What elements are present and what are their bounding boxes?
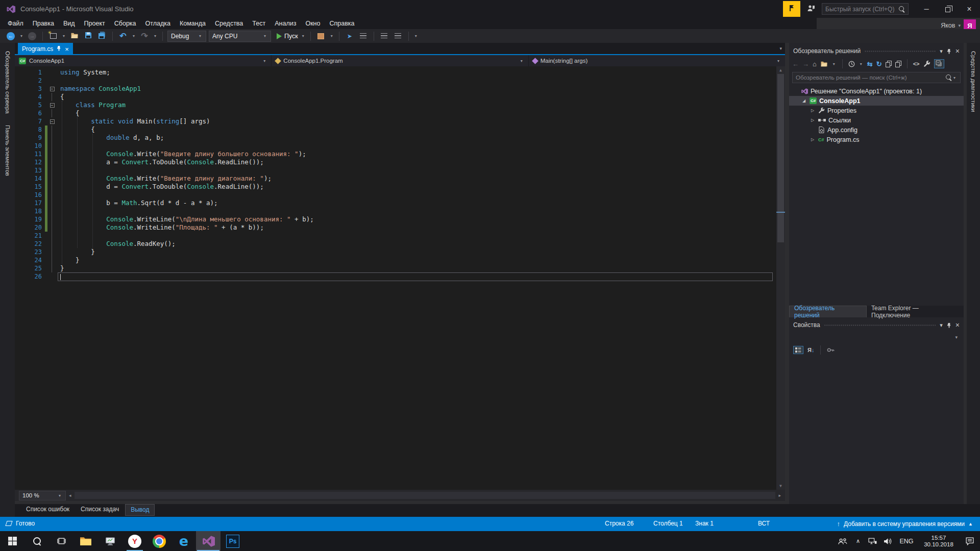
home-icon[interactable]: ⌂ bbox=[813, 60, 817, 68]
configuration-combo[interactable]: Debug▾ bbox=[167, 31, 206, 42]
chevron-down-icon[interactable]: ▾ bbox=[859, 62, 864, 66]
code-line[interactable]: 23 } bbox=[15, 248, 776, 256]
chevron-down-icon[interactable]: ▾ bbox=[153, 34, 158, 38]
scroll-down-icon[interactable]: ▼ bbox=[776, 482, 785, 490]
code-line[interactable]: 12 a = Convert.ToDouble(Console.ReadLine… bbox=[15, 158, 776, 166]
file-explorer-button[interactable] bbox=[74, 531, 98, 551]
code-line[interactable]: 21 bbox=[15, 232, 776, 240]
save-button[interactable] bbox=[83, 31, 94, 42]
pin-icon[interactable] bbox=[947, 322, 951, 328]
people-tray-icon[interactable] bbox=[834, 538, 851, 545]
menu-item[interactable]: Команда bbox=[175, 19, 210, 28]
editor-horizontal-scrollbar[interactable] bbox=[75, 492, 776, 499]
menu-item[interactable]: Окно bbox=[301, 19, 325, 28]
server-explorer-vertical-tab[interactable]: Обозреватель сервера bbox=[5, 48, 11, 117]
code-line[interactable]: 3−namespace ConsoleApp1 bbox=[15, 85, 776, 93]
property-pages-key-icon[interactable] bbox=[827, 347, 835, 353]
menu-item[interactable]: Вид bbox=[59, 19, 80, 28]
code-area[interactable]: 1using System;23−namespace ConsoleApp14{… bbox=[15, 68, 776, 281]
start-button[interactable] bbox=[0, 531, 24, 551]
chevron-down-icon[interactable]: ▾ bbox=[940, 48, 943, 55]
code-line[interactable]: 15 d = Convert.ToDouble(Console.ReadLine… bbox=[15, 183, 776, 191]
menu-item[interactable]: Проект bbox=[80, 19, 110, 28]
code-line[interactable]: 13 bbox=[15, 166, 776, 174]
close-icon[interactable]: × bbox=[955, 47, 960, 55]
tree-item[interactable]: ▷Properties bbox=[789, 106, 964, 115]
code-editor-surface[interactable]: 1using System;23−namespace ConsoleApp14{… bbox=[15, 66, 785, 490]
toolbar-overflow-chevron[interactable]: ▾ bbox=[413, 34, 419, 38]
solution-explorer-header[interactable]: Обозреватель решений ▾ × bbox=[789, 45, 964, 57]
new-project-button[interactable] bbox=[47, 31, 59, 42]
add-to-source-control-button[interactable]: ↑ Добавить в систему управления версиями… bbox=[837, 520, 973, 528]
collapse-region-icon[interactable]: − bbox=[50, 119, 55, 124]
menu-item[interactable]: Правка bbox=[28, 19, 59, 28]
collapse-region-icon[interactable]: − bbox=[50, 87, 55, 91]
close-button[interactable]: × bbox=[959, 2, 980, 17]
photoshop-button[interactable]: Ps bbox=[220, 531, 245, 551]
sync-with-active-document-icon[interactable]: ⇆ bbox=[867, 60, 873, 68]
network-tray-icon[interactable] bbox=[865, 538, 880, 545]
properties-wrench-icon[interactable] bbox=[923, 60, 930, 67]
pin-icon[interactable] bbox=[947, 48, 951, 54]
solution-explorer-search-box[interactable]: ▾ bbox=[792, 72, 961, 83]
menu-item[interactable]: Сборка bbox=[110, 19, 141, 28]
expander-collapsed-icon[interactable]: ▷ bbox=[810, 118, 816, 122]
pin-icon[interactable] bbox=[57, 45, 61, 53]
editor-vertical-scrollbar[interactable]: ▲ ▼ bbox=[776, 66, 785, 490]
diagnostic-tools-vertical-tab[interactable]: Средства диагностики bbox=[970, 48, 976, 115]
tree-item[interactable]: ▷Ссылки bbox=[789, 115, 964, 125]
task-view-button[interactable] bbox=[49, 531, 74, 551]
tree-item[interactable]: Решение "ConsoleApp1" (проектов: 1) bbox=[789, 86, 964, 96]
code-line[interactable]: 8 { bbox=[15, 126, 776, 134]
output-tab[interactable]: Вывод bbox=[125, 504, 155, 516]
panel-tab-active[interactable]: Обозреватель решений bbox=[789, 306, 867, 317]
code-line[interactable]: 6 { bbox=[15, 109, 776, 117]
chevron-down-icon[interactable]: ▾ bbox=[131, 34, 136, 38]
scroll-right-icon[interactable]: ▸ bbox=[778, 493, 781, 498]
action-center-button[interactable] bbox=[960, 537, 980, 545]
navigate-cursor-button[interactable]: ➤ bbox=[344, 31, 355, 42]
volume-tray-icon[interactable] bbox=[880, 538, 895, 545]
chevron-down-icon[interactable]: ▾ bbox=[61, 34, 66, 38]
expander-expanded-icon[interactable]: ◢ bbox=[801, 98, 807, 103]
redo-button[interactable]: ↷ bbox=[139, 31, 150, 42]
restore-button[interactable] bbox=[937, 2, 959, 17]
chevron-down-icon[interactable]: ▾ bbox=[831, 62, 837, 66]
code-line[interactable]: 5− class Program bbox=[15, 101, 776, 109]
alphabetical-sort-button[interactable]: Я↓ bbox=[807, 347, 814, 353]
feedback-button[interactable] bbox=[804, 3, 818, 16]
start-debug-button[interactable]: Пуск bbox=[277, 31, 298, 42]
switch-views-icon[interactable] bbox=[820, 61, 828, 67]
properties-object-combo[interactable]: ▾ bbox=[792, 332, 961, 342]
undo-button[interactable]: ↶ bbox=[117, 31, 129, 42]
expander-collapsed-icon[interactable]: ▷ bbox=[810, 108, 816, 113]
nested-file-icon[interactable] bbox=[886, 61, 892, 67]
navbar-type-dropdown[interactable]: ConsoleApp1.Program ▾ bbox=[272, 55, 528, 66]
menu-item[interactable]: Тест bbox=[248, 19, 270, 28]
save-all-button[interactable] bbox=[96, 31, 108, 42]
chevron-down-icon[interactable]: ▾ bbox=[952, 76, 957, 80]
pending-changes-filter-icon[interactable] bbox=[848, 61, 855, 67]
chevron-down-icon[interactable]: ▾ bbox=[301, 34, 306, 38]
code-line[interactable]: 9 double d, a, b; bbox=[15, 134, 776, 142]
uncomment-lines-button[interactable] bbox=[393, 31, 404, 42]
close-icon[interactable]: × bbox=[955, 321, 960, 329]
tab-overflow-chevron[interactable]: ▾ bbox=[779, 46, 782, 51]
indent-button[interactable] bbox=[358, 31, 369, 42]
edge-button[interactable]: e bbox=[172, 531, 196, 551]
properties-header[interactable]: Свойства ▾ × bbox=[789, 319, 964, 331]
menu-item[interactable]: Анализ bbox=[270, 19, 301, 28]
clock[interactable]: 15:5730.10.2018 bbox=[918, 535, 960, 548]
fold-margin[interactable]: − bbox=[47, 85, 57, 93]
comment-lines-button[interactable] bbox=[379, 31, 390, 42]
scrollbar-thumb[interactable] bbox=[777, 74, 784, 242]
code-line[interactable]: 14 Console.Write("Введите длину диагонал… bbox=[15, 174, 776, 183]
hidden-icons-chevron[interactable]: ∧ bbox=[851, 538, 865, 544]
menu-item[interactable]: Файл bbox=[3, 19, 28, 28]
platform-combo[interactable]: Any CPU▾ bbox=[209, 31, 271, 42]
tree-item[interactable]: ▷C#Program.cs bbox=[789, 135, 964, 144]
solution-search-input[interactable] bbox=[796, 74, 946, 81]
fold-margin[interactable]: − bbox=[47, 117, 57, 126]
zoom-level-combo[interactable]: 100 % ▾ bbox=[19, 491, 66, 500]
close-tab-icon[interactable]: × bbox=[65, 45, 69, 53]
